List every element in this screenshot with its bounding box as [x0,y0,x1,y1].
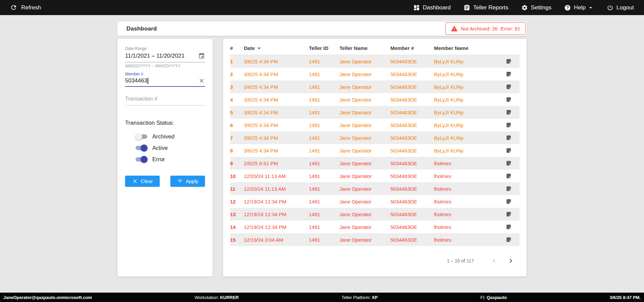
refresh-label: Refresh [21,4,41,11]
table-row[interactable]: 53/6/25 4:34 PM1491Jane Operator5034463D… [230,106,520,119]
footer-datetime: 3/6/25 8:47 PM. [609,295,641,300]
note-icon[interactable] [506,224,512,230]
cell-teller-id: 1491 [309,97,339,103]
row-number: 9 [230,161,244,166]
clear-button-label: Clear [141,178,153,184]
cell-teller-name: Jane Operator [339,161,390,166]
table-row[interactable]: 33/6/25 4:34 PM1491Jane Operator5034463D… [230,80,520,93]
cell-member-num: 5034463DE [390,173,434,179]
note-icon[interactable] [506,71,512,77]
cell-teller-name: Jane Operator [339,224,390,230]
date-range-input[interactable]: 11/1/2021 – 11/20/2021 [125,53,205,62]
table-row[interactable]: 63/6/25 4:34 PM1491Jane Operator5034463D… [230,119,520,131]
cell-date: 2/5/25 8:51 PM [244,161,309,166]
table-row[interactable]: 1212/19/24 12:34 PM1491Jane Operator5034… [230,195,520,208]
page-title: Dashboard [126,25,157,32]
topbar-nav: DashboardTeller ReportsSettingsHelpLogou… [413,4,634,11]
toggle-list: ArchivedActiveError [125,133,205,163]
table-row[interactable]: 1512/19/24 3:04 AM1491Jane Operator50344… [230,233,520,246]
note-icon[interactable] [506,109,512,115]
cell-teller-name: Jane Operator [339,110,390,115]
cell-teller-name: Jane Operator [339,212,390,217]
cell-member-num: 5034463DE [390,97,434,103]
cell-member-name: lholmes [434,224,498,230]
page-header: Dashboard Not Archived: 26 Error: 91 [117,21,527,36]
note-icon[interactable] [506,58,512,64]
cell-teller-name: Jane Operator [339,97,390,103]
col-num[interactable]: # [230,45,244,51]
refresh-button[interactable]: Refresh [10,4,41,11]
cell-member-name: ByLyJI KUNy [434,148,498,154]
member-input[interactable]: 5034463 [125,77,205,87]
clear-button[interactable]: Clear [125,176,160,187]
chevron-right-icon[interactable] [504,254,518,267]
note-icon[interactable] [506,122,512,128]
filter-icon [177,178,183,184]
clear-member-icon[interactable] [198,77,205,84]
nav-teller-reports[interactable]: Teller Reports [464,4,508,11]
table-row[interactable]: 1412/19/24 12:34 PM1491Jane Operator5034… [230,221,520,233]
note-icon[interactable] [506,135,512,141]
note-icon[interactable] [506,84,512,90]
cell-teller-id: 1491 [309,186,339,192]
col-member-num[interactable]: Member # [390,45,434,51]
row-number: 7 [230,135,244,141]
col-teller-id[interactable]: Teller ID [309,45,339,51]
cell-date: 12/19/24 12:34 PM [244,212,309,217]
cell-member-name: lholmes [434,237,498,243]
refresh-icon [10,4,17,11]
cell-date: 3/6/25 4:34 PM [244,71,309,77]
table-row[interactable]: 92/5/25 8:51 PM1491Jane Operator5034463D… [230,157,520,170]
toggle-label: Active [152,145,168,152]
cell-date: 12/19/24 3:04 AM [244,237,309,243]
nav-dashboard[interactable]: Dashboard [413,4,451,11]
note-icon[interactable] [506,237,512,243]
calendar-icon[interactable] [198,53,205,59]
cell-member-name: ByLyJI KUNy [434,122,498,128]
nav-logout[interactable]: Logout [607,4,634,11]
table-row[interactable]: 1112/20/24 11:13 AM1491Jane Operator5034… [230,182,520,195]
cell-date: 3/6/25 4:34 PM [244,97,309,103]
help-icon [564,4,571,11]
cell-date: 12/20/24 11:13 AM [244,186,309,192]
note-icon[interactable] [506,211,512,217]
table-row[interactable]: 1312/19/24 12:34 PM1491Jane Operator5034… [230,208,520,221]
note-icon[interactable] [506,97,512,103]
note-icon[interactable] [506,147,512,154]
row-number: 6 [230,122,244,128]
toggle-archived[interactable] [135,133,148,140]
table-row[interactable]: 1012/20/24 11:13 AM1491Jane Operator5034… [230,170,520,182]
note-icon[interactable] [506,198,512,204]
col-member-name[interactable]: Member Name [434,45,498,51]
col-date[interactable]: Date [244,45,309,51]
toggle-active[interactable] [135,144,148,152]
apply-button[interactable]: Apply [170,176,205,187]
cell-date: 3/6/25 4:34 PM [244,110,309,115]
cell-date: 3/6/25 4:34 PM [244,122,309,128]
cell-teller-id: 1491 [309,212,339,217]
note-icon[interactable] [506,186,512,192]
note-icon[interactable] [506,173,512,179]
main-content: Dashboard Not Archived: 26 Error: 91 Dat… [0,15,644,293]
date-format-hint: MM/DD/YYYY – MM/DD/YYYY [125,64,205,68]
table-row[interactable]: 23/6/25 4:34 PM1491Jane Operator5034463D… [230,68,520,80]
dashboard-icon [413,4,420,11]
chevron-left-icon[interactable] [487,254,501,267]
cell-member-num: 5034463DE [390,161,434,166]
filter-panel: Date Range 11/1/2021 – 11/20/2021 MM/DD/… [117,39,213,277]
table-row[interactable]: 83/6/25 4:34 PM1491Jane Operator5034463D… [230,144,520,157]
table-row[interactable]: 73/6/25 4:34 PM1491Jane Operator5034463D… [230,131,520,144]
cell-member-name: lholmes [434,186,498,192]
nav-help[interactable]: Help [564,4,594,11]
nav-settings[interactable]: Settings [521,4,551,11]
cell-member-num: 5034463DE [390,186,434,192]
toggle-error[interactable] [135,156,148,163]
pagination: 1 – 15 of 117 [230,254,520,267]
col-teller-name[interactable]: Teller Name [339,45,390,51]
table-row[interactable]: 13/6/25 4:34 PM1491Jane Operator5034463D… [230,55,520,68]
table-row[interactable]: 43/6/25 4:34 PM1491Jane Operator5034463D… [230,93,520,106]
note-icon[interactable] [506,160,512,166]
row-number: 4 [230,97,244,103]
transaction-input[interactable] [125,96,205,105]
warning-icon [451,25,458,32]
